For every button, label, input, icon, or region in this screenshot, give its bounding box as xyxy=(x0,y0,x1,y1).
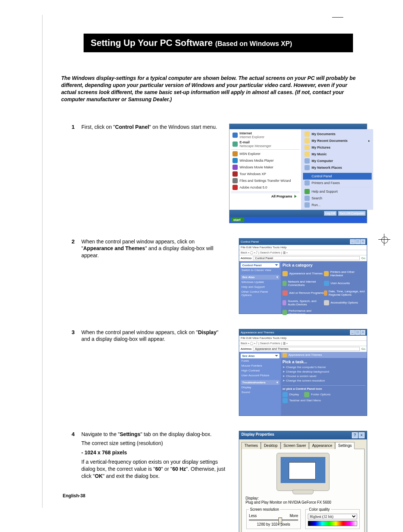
address-bar[interactable]: Address Appearance and Themes Go xyxy=(239,346,367,352)
cat-performance[interactable]: Performance and Maintenance xyxy=(282,309,324,316)
cp-icon-display[interactable]: Display xyxy=(282,392,299,397)
window-titlebar: Control Panel _□× xyxy=(239,239,367,245)
task-screensaver[interactable]: Choose a screen saver xyxy=(282,374,365,378)
cat-network[interactable]: Network and Internet Connections xyxy=(282,280,324,287)
minimize-icon[interactable]: _ xyxy=(350,330,355,335)
label: See Also xyxy=(242,276,255,279)
side-link[interactable]: Sound xyxy=(241,390,279,395)
tab-settings[interactable]: Settings xyxy=(335,442,354,449)
start-item-moviemaker[interactable]: Windows Movie Maker xyxy=(231,164,300,171)
cp-icon-folder-options[interactable]: Folder Options xyxy=(304,392,330,397)
category-icon xyxy=(282,281,287,286)
all-programs[interactable]: All Programs xyxy=(231,193,300,200)
start-item-music[interactable]: My Music xyxy=(303,151,372,158)
label: Windows Media Player xyxy=(240,159,274,162)
help-icon[interactable]: ? xyxy=(352,432,358,438)
wmp-icon xyxy=(232,158,238,163)
start-item-email[interactable]: E-mailNetscape Messenger xyxy=(231,140,300,149)
side-heading-seealso[interactable]: See Also xyxy=(241,354,279,358)
go-button[interactable]: Go xyxy=(361,347,365,351)
logoff-button[interactable]: Log Off xyxy=(324,211,337,216)
start-menu-screenshot: InternetInternet Explorer E-mailNetscape… xyxy=(229,124,367,223)
cat-datetime[interactable]: Date, Time, Language, and Regional Optio… xyxy=(324,290,365,296)
side-heading-seealso[interactable]: See Also▾ xyxy=(241,275,279,280)
start-item-help[interactable]: Help and Support xyxy=(303,188,372,195)
maximize-icon[interactable]: □ xyxy=(355,239,360,244)
control-panel-icon xyxy=(304,174,310,179)
cp-icon-taskbar[interactable]: Taskbar and Start Menu xyxy=(282,398,321,403)
start-item-run[interactable]: Run... xyxy=(303,202,372,208)
moviemaker-icon xyxy=(232,165,238,170)
side-link[interactable]: User Account Picture xyxy=(241,373,279,378)
side-link[interactable]: High Contrast xyxy=(241,368,279,373)
label: Printers and Other Hardware xyxy=(330,270,365,277)
cat-appearance[interactable]: Appearance and Themes xyxy=(282,270,324,277)
cat-printers[interactable]: Printers and Other Hardware xyxy=(324,270,365,277)
cat-users[interactable]: User Accounts xyxy=(324,280,365,287)
step3-image: Appearance and Themes _□× File Edit View… xyxy=(227,329,367,416)
address-value: Appearance and Themes xyxy=(253,347,360,351)
close-icon[interactable]: × xyxy=(360,239,365,244)
color-quality-select[interactable]: Highest (32 bit) xyxy=(308,514,357,519)
side-link[interactable]: Other Control Panel Options xyxy=(241,289,279,298)
address-bar[interactable]: Address Control Panel Go xyxy=(239,255,367,261)
cat-sounds[interactable]: Sounds, Speech, and Audio Devices xyxy=(282,299,324,306)
tab-screensaver[interactable]: Screen Saver xyxy=(281,442,309,449)
task-change-theme[interactable]: Change the computer's theme xyxy=(282,365,365,369)
close-icon[interactable]: × xyxy=(360,330,365,335)
side-link[interactable]: Help and Support xyxy=(241,284,279,289)
tab-appearance[interactable]: Appearance xyxy=(309,442,335,449)
start-item-docs[interactable]: My Documents xyxy=(303,131,372,137)
start-item-recent[interactable]: My Recent Documents▸ xyxy=(303,137,372,144)
chevron-down-icon: ▾ xyxy=(277,276,278,279)
start-item-search[interactable]: Search xyxy=(303,195,372,202)
menu-bar[interactable]: File Edit View Favorites Tools Help xyxy=(239,336,367,341)
start-item-wmp[interactable]: Windows Media Player xyxy=(231,157,300,164)
start-item-acrobat[interactable]: Adobe Acrobat 5.0 xyxy=(231,184,300,191)
side-link[interactable]: Display xyxy=(241,385,279,390)
start-item-msn[interactable]: MSN Explorer xyxy=(231,150,300,157)
start-button[interactable]: start xyxy=(231,218,244,222)
close-icon[interactable]: × xyxy=(359,432,365,438)
task-change-bg[interactable]: Change the desktop background xyxy=(282,370,365,373)
cat-addremove[interactable]: Add or Remove Programs xyxy=(282,290,324,296)
start-item-pics[interactable]: My Pictures xyxy=(303,144,372,151)
start-item-computer[interactable]: My Computer xyxy=(303,158,372,164)
start-item-internet[interactable]: InternetInternet Explorer xyxy=(231,131,300,140)
side-link[interactable]: Mouse Pointers xyxy=(241,363,279,368)
category-grid: Appearance and Themes Printers and Other… xyxy=(282,269,365,317)
tab-themes[interactable]: Themes xyxy=(241,442,261,449)
address-label: Address xyxy=(241,256,252,260)
label: Printers and Faxes xyxy=(312,181,340,185)
transfer-icon xyxy=(232,178,238,183)
start-item-fst[interactable]: Files and Settings Transfer Wizard xyxy=(231,177,300,184)
side-link[interactable]: Fonts xyxy=(241,358,279,363)
label: Add or Remove Programs xyxy=(289,291,324,295)
turnoff-button[interactable]: Turn Off Computer xyxy=(338,211,366,216)
window-buttons: _□× xyxy=(350,239,365,244)
menu-bar[interactable]: File Edit View Favorites Tools Help xyxy=(239,245,367,250)
task-resolution[interactable]: Change the screen resolution xyxy=(282,379,365,382)
start-item-tour[interactable]: Tour Windows XP xyxy=(231,171,300,177)
start-item-network[interactable]: My Network Places xyxy=(303,164,372,171)
toolbar[interactable]: Back • ◯ • ⤴ | Search Folders | ▥ • xyxy=(239,250,367,255)
cat-accessibility[interactable]: Accessibility Options xyxy=(324,299,365,306)
side-heading-cp[interactable]: Control Panel xyxy=(241,263,279,268)
minimize-icon[interactable]: _ xyxy=(350,239,355,244)
step3-pre: When the control panel window appears, c… xyxy=(81,329,198,335)
maximize-icon[interactable]: □ xyxy=(355,330,360,335)
side-heading-troubleshooters[interactable]: Troubleshooters▾ xyxy=(241,380,279,385)
taskbar-icon xyxy=(282,398,288,403)
slider-thumb[interactable] xyxy=(278,517,282,523)
start-item-control-panel[interactable]: Control Panel xyxy=(303,173,372,180)
window-title: Appearance and Themes xyxy=(241,331,274,334)
start-item-printers[interactable]: Printers and Faxes xyxy=(303,180,372,186)
resolution-slider[interactable] xyxy=(249,519,298,521)
more-label: More xyxy=(290,514,298,518)
side-link[interactable]: Windows Update xyxy=(241,280,279,284)
go-button[interactable]: Go xyxy=(361,256,365,260)
separator xyxy=(303,172,372,172)
side-link-switch[interactable]: Switch to Classic View xyxy=(241,268,279,273)
tab-desktop[interactable]: Desktop xyxy=(261,442,281,449)
toolbar[interactable]: Back • ◯ • ⤴ | Search Folders | ▥ • xyxy=(239,341,367,346)
